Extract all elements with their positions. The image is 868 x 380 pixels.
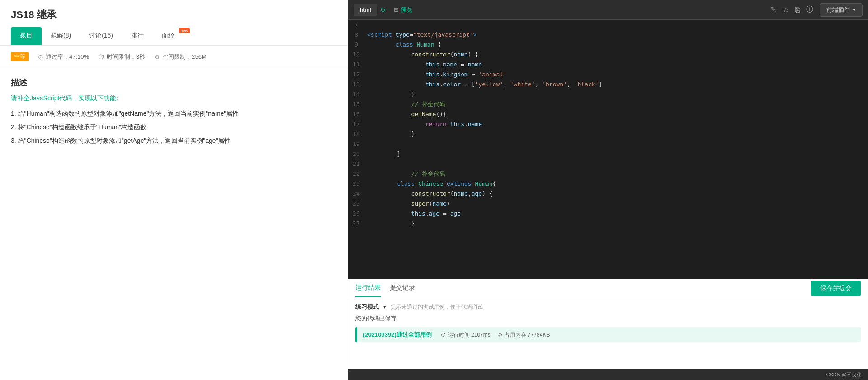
line-content: <script type="text/javascript"> bbox=[367, 30, 477, 40]
line-number: 17 bbox=[353, 119, 369, 129]
line-number: 7 bbox=[353, 20, 367, 30]
line-number: 13 bbox=[353, 80, 369, 89]
line-number: 10 bbox=[353, 50, 369, 60]
line-content: constructor(name,age) { bbox=[369, 189, 493, 199]
line-number: 9 bbox=[353, 40, 367, 50]
tab-problem[interactable]: 题目 bbox=[11, 27, 42, 45]
problem-content: 描述 请补全JavaScript代码，实现以下功能: 1. 给"Human"构造… bbox=[0, 68, 348, 380]
memory-icon: ⚙ bbox=[498, 332, 503, 338]
time-limit: ⏱ 时间限制：3秒 bbox=[98, 53, 145, 61]
code-line: 23 class Chinese extends Human{ bbox=[348, 179, 868, 189]
code-line: 16 getName(){ bbox=[348, 109, 868, 119]
toolbar-right: ✎ ☆ ⎘ ⓘ 前端插件 ▾ bbox=[770, 3, 863, 17]
code-line: 7 bbox=[348, 20, 868, 30]
line-content: class Chinese extends Human{ bbox=[369, 179, 496, 189]
line-number: 16 bbox=[353, 109, 369, 119]
code-line: 27 } bbox=[348, 219, 868, 229]
plugin-button[interactable]: 前端插件 ▾ bbox=[820, 3, 863, 17]
tabs-bar: 题目 题解(8) 讨论(16) 排行 面经 new bbox=[11, 27, 337, 45]
result-success: (202109392)通过全部用例 ⏱ 运行时间 2107ms ⚙ 占用内存 7… bbox=[355, 327, 861, 342]
line-content: // 补全代码 bbox=[369, 169, 445, 179]
clock-icon: ⏱ bbox=[441, 332, 446, 338]
code-line: 19 bbox=[348, 139, 868, 149]
line-number: 8 bbox=[353, 30, 367, 40]
tab-html[interactable]: html bbox=[354, 4, 377, 16]
tab-run-result[interactable]: 运行结果 bbox=[355, 279, 381, 297]
tab-submit-history[interactable]: 提交记录 bbox=[390, 279, 415, 297]
bottom-content: 练习模式 ▾ 提示未通过的测试用例，便于代码调试 您的代码已保存 (202109… bbox=[348, 297, 868, 369]
space-icon: ⚙ bbox=[154, 53, 160, 61]
code-line: 11 this.name = name bbox=[348, 60, 868, 70]
line-content: } bbox=[369, 129, 415, 139]
pass-rate-icon: ⊙ bbox=[38, 53, 43, 61]
new-badge: new bbox=[179, 28, 190, 33]
line-number: 19 bbox=[353, 139, 369, 149]
code-line: 10 constructor(name) { bbox=[348, 50, 868, 60]
tab-interview[interactable]: 面经 new bbox=[153, 27, 191, 45]
practice-hint: 提示未通过的测试用例，便于代码调试 bbox=[391, 303, 483, 311]
line-content: super(name) bbox=[369, 199, 450, 209]
save-submit-button[interactable]: 保存并提交 bbox=[811, 281, 861, 296]
code-line: 13 this.color = ['yellow', 'white', 'bro… bbox=[348, 80, 868, 89]
tab-preview[interactable]: ⊞预览 bbox=[387, 3, 419, 17]
code-editor[interactable]: 78<script type="text/javascript">9 class… bbox=[348, 20, 868, 279]
practice-mode-label[interactable]: 练习模式 bbox=[355, 303, 379, 311]
line-number: 22 bbox=[353, 169, 369, 179]
space-limit: ⚙ 空间限制：256M bbox=[154, 53, 207, 61]
tab-solution[interactable]: 题解(8) bbox=[42, 27, 80, 45]
line-number: 12 bbox=[353, 70, 369, 80]
result-time: ⏱ 运行时间 2107ms bbox=[441, 331, 491, 339]
star-icon[interactable]: ☆ bbox=[783, 5, 789, 14]
description-intro: 请补全JavaScript代码，实现以下功能: bbox=[11, 94, 337, 103]
line-content: this.color = ['yellow', 'white', 'brown'… bbox=[369, 80, 603, 89]
code-line: 9 class Human { bbox=[348, 40, 868, 50]
line-number: 18 bbox=[353, 129, 369, 139]
line-number: 25 bbox=[353, 199, 369, 209]
bottom-tab-left: 运行结果 提交记录 bbox=[355, 279, 415, 297]
bottom-panel: 运行结果 提交记录 保存并提交 练习模式 ▾ 提示未通过的测试用例，便于代码调试… bbox=[348, 279, 868, 369]
editor-tabs: html ↻ ⊞预览 bbox=[354, 3, 419, 17]
code-line: 14 } bbox=[348, 89, 868, 99]
info-icon[interactable]: ⓘ bbox=[806, 5, 813, 14]
line-content: getName(){ bbox=[369, 109, 447, 119]
line-content: constructor(name) { bbox=[369, 50, 479, 60]
footer-text: CSDN @不良使 bbox=[826, 371, 862, 378]
line-number: 14 bbox=[353, 89, 369, 99]
tab-rank[interactable]: 排行 bbox=[122, 27, 153, 45]
code-line: 18 } bbox=[348, 129, 868, 139]
result-meta: ⏱ 运行时间 2107ms ⚙ 占用内存 77784KB bbox=[441, 331, 550, 339]
problem-meta: 中等 ⊙ 通过率：47.10% ⏱ 时间限制：3秒 ⚙ 空间限制：256M bbox=[0, 46, 348, 68]
tab-discussion[interactable]: 讨论(16) bbox=[80, 27, 122, 45]
code-line: 22 // 补全代码 bbox=[348, 169, 868, 179]
problem-title: JS18 继承 bbox=[11, 8, 337, 22]
code-line: 20 } bbox=[348, 149, 868, 159]
time-icon: ⏱ bbox=[98, 53, 104, 61]
share-icon[interactable]: ⎘ bbox=[795, 6, 800, 14]
bottom-tabs: 运行结果 提交记录 保存并提交 bbox=[348, 279, 868, 297]
list-item-1: 1. 给"Human"构造函数的原型对象添加"getName"方法，返回当前实例… bbox=[11, 107, 337, 120]
refresh-icon[interactable]: ↻ bbox=[380, 6, 386, 14]
line-content: } bbox=[369, 219, 415, 229]
line-number: 15 bbox=[353, 99, 369, 109]
problem-header: JS18 继承 题目 题解(8) 讨论(16) 排行 面经 new bbox=[0, 0, 348, 46]
practice-mode-row: 练习模式 ▾ 提示未通过的测试用例，便于代码调试 bbox=[355, 303, 861, 311]
line-content: } bbox=[369, 89, 415, 99]
code-line: 26 this.age = age bbox=[348, 209, 868, 219]
chevron-down-icon: ▾ bbox=[853, 6, 856, 13]
left-panel: JS18 继承 题目 题解(8) 讨论(16) 排行 面经 new 中等 ⊙ 通… bbox=[0, 0, 348, 380]
pass-rate: ⊙ 通过率：47.10% bbox=[38, 53, 89, 61]
line-number: 11 bbox=[353, 60, 369, 70]
code-line: 12 this.kingdom = 'animal' bbox=[348, 70, 868, 80]
code-saved-msg: 您的代码已保存 bbox=[355, 314, 861, 323]
editor-toolbar: html ↻ ⊞预览 ✎ ☆ ⎘ ⓘ 前端插件 ▾ bbox=[348, 0, 868, 20]
edit-icon[interactable]: ✎ bbox=[770, 5, 776, 14]
dropdown-icon[interactable]: ▾ bbox=[383, 304, 386, 310]
line-number: 24 bbox=[353, 189, 369, 199]
code-line: 17 return this.name bbox=[348, 119, 868, 129]
code-line: 8<script type="text/javascript"> bbox=[348, 30, 868, 40]
list-item-3: 3. 给"Chinese"构造函数的原型对象添加"getAge"方法，返回当前实… bbox=[11, 134, 337, 147]
line-content: return this.name bbox=[369, 119, 482, 129]
code-line: 25 super(name) bbox=[348, 199, 868, 209]
right-panel: html ↻ ⊞预览 ✎ ☆ ⎘ ⓘ 前端插件 ▾ 78<script type… bbox=[348, 0, 868, 380]
description-list: 1. 给"Human"构造函数的原型对象添加"getName"方法，返回当前实例… bbox=[11, 107, 337, 147]
